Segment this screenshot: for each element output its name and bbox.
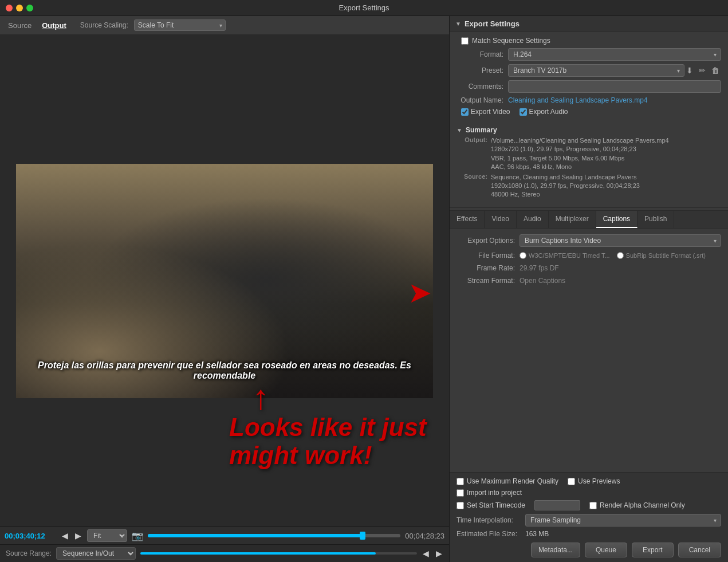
summary-output-row: Output: /Volume...leaning/Cleaning and S… xyxy=(457,136,721,172)
range-nav-right-button[interactable]: ▶ xyxy=(435,548,443,559)
timecode-end: 00;04;28;23 xyxy=(405,532,444,540)
window-title: Export Settings xyxy=(339,3,389,12)
preset-select[interactable]: Branch TV 2017b xyxy=(508,64,684,77)
summary-source-row: Source: Sequence, Cleaning and Sealing L… xyxy=(457,173,721,199)
import-into-project-checkbox[interactable] xyxy=(457,489,464,497)
output-name-link[interactable]: Cleaning and Sealing Landscape Pavers.mp… xyxy=(508,96,648,104)
export-button[interactable]: Export xyxy=(632,543,674,557)
minimize-button[interactable] xyxy=(16,5,23,11)
export-options-label: Export Options: xyxy=(457,237,520,245)
tab-output[interactable]: Output xyxy=(40,20,69,31)
source-scaling-select[interactable]: Scale To Fit xyxy=(134,19,226,31)
format-label: Format: xyxy=(457,50,508,58)
source-range-bar: Source Range: Sequence In/Out ▾ ◀ ▶ xyxy=(0,544,449,562)
video-background: Proteja las orillas para prevenir que el… xyxy=(16,164,433,398)
range-fill xyxy=(140,552,375,555)
fit-select[interactable]: Fit xyxy=(87,529,127,542)
tab-audio[interactable]: Audio xyxy=(517,211,549,228)
filesize-label: Estimated File Size: xyxy=(457,530,525,538)
timeline-scrubber[interactable] xyxy=(148,534,400,537)
source-range-select[interactable]: Sequence In/Out xyxy=(56,547,136,560)
tab-publish[interactable]: Publish xyxy=(638,211,674,228)
left-panel: Source Output Source Scaling: Scale To F… xyxy=(0,16,450,562)
maximize-button[interactable] xyxy=(26,5,33,11)
interpolation-select-wrapper: Frame Sampling ▾ xyxy=(525,514,721,526)
stream-format-row: Stream Format: Open Captions xyxy=(457,277,721,285)
main-layout: Source Output Source Scaling: Scale To F… xyxy=(0,16,728,562)
comments-input[interactable] xyxy=(508,80,721,93)
queue-button[interactable]: Queue xyxy=(585,543,627,557)
timecode-start: 00;03;40;12 xyxy=(5,532,56,540)
match-sequence-checkbox[interactable] xyxy=(461,37,469,45)
export-options-select[interactable]: Burn Captions Into Video xyxy=(520,234,721,247)
summary-source-value: Sequence, Cleaning and Sealing Landscape… xyxy=(491,173,640,199)
metadata-button[interactable]: Metadata... xyxy=(531,543,580,557)
bottom-controls: Use Maximum Render Quality Use Previews … xyxy=(450,472,728,562)
comments-label: Comments: xyxy=(457,82,508,91)
preset-icons: ⬇ ✏ 🗑 xyxy=(684,65,721,76)
file-format-w3c-label: W3C/SMPTE/EBU Timed T... xyxy=(529,252,610,259)
summary-output-value: /Volume...leaning/Cleaning and Sealing L… xyxy=(491,136,669,172)
tab-source[interactable]: Source xyxy=(6,20,34,31)
summary-header[interactable]: ▼ Summary xyxy=(457,126,721,134)
prev-frame-button[interactable]: ◀ xyxy=(61,530,69,541)
export-settings-chevron-icon: ▼ xyxy=(455,21,461,27)
filesize-value: 163 MB xyxy=(525,530,549,538)
caption-overlay: Proteja las orillas para prevenir que el… xyxy=(37,360,412,381)
start-timecode-input[interactable]: 00;00;00;00 xyxy=(534,500,580,510)
close-button[interactable] xyxy=(6,5,13,11)
file-format-srt-radio[interactable] xyxy=(617,252,624,259)
preset-save-button[interactable]: ⬇ xyxy=(684,65,695,76)
match-sequence-label: Match Sequence Settings xyxy=(472,37,550,45)
export-audio-checkbox[interactable] xyxy=(520,108,527,116)
traffic-lights[interactable] xyxy=(6,5,33,11)
render-alpha-checkbox[interactable] xyxy=(589,502,597,509)
set-start-timecode-label: Set Start Timecode xyxy=(457,501,525,509)
interpolation-row: Time Interpolation: Frame Sampling ▾ xyxy=(457,514,721,526)
frame-rate-row: Frame Rate: 29.97 fps DF xyxy=(457,264,721,272)
preset-row: Preset: Branch TV 2017b ▾ ⬇ ✏ 🗑 xyxy=(457,64,721,77)
file-format-w3c-radio[interactable] xyxy=(520,252,526,259)
annotation-text: ↑ Use Maximum Render Quality Looks like … xyxy=(229,414,427,469)
summary-chevron-icon: ▼ xyxy=(457,127,462,133)
tab-video[interactable]: Video xyxy=(485,211,516,228)
preset-edit-button[interactable]: ✏ xyxy=(697,65,707,76)
file-format-label: File Format: xyxy=(457,251,520,260)
video-frame: Proteja las orillas para prevenir que el… xyxy=(16,164,433,398)
arrow-right-icon: ➤ xyxy=(408,276,432,309)
set-start-timecode-checkbox[interactable] xyxy=(457,502,464,509)
range-indicator xyxy=(140,552,417,555)
preset-select-wrapper: Branch TV 2017b ▾ xyxy=(508,64,684,77)
interpolation-select[interactable]: Frame Sampling xyxy=(525,514,721,526)
range-nav-left-button[interactable]: ◀ xyxy=(422,548,430,559)
use-max-quality-label: Use Maximum Render Quality xyxy=(457,477,558,485)
use-previews-checkbox[interactable] xyxy=(568,478,575,485)
preset-delete-button[interactable]: 🗑 xyxy=(710,65,721,76)
export-settings-header[interactable]: ▼ Export Settings xyxy=(450,16,728,32)
use-max-quality-checkbox[interactable] xyxy=(457,478,464,485)
right-tabs: Effects Video Audio Multiplexer Captions… xyxy=(450,210,728,229)
render-alpha-label: Render Alpha Channel Only xyxy=(589,501,685,509)
timeline-marker xyxy=(360,532,365,540)
next-frame-button[interactable]: ▶ xyxy=(74,530,82,541)
import-row: Import into project xyxy=(457,489,721,497)
video-preview-area: Proteja las orillas para prevenir que el… xyxy=(0,35,449,526)
export-video-checkbox[interactable] xyxy=(461,108,469,116)
cancel-button[interactable]: Cancel xyxy=(678,543,721,557)
source-scaling-wrapper: Scale To Fit ▾ xyxy=(134,19,226,31)
frame-rate-value: 29.97 fps DF xyxy=(520,264,559,272)
interpolation-label: Time Interpolation: xyxy=(457,516,525,524)
timeline-fill xyxy=(148,534,363,537)
tab-multiplexer[interactable]: Multiplexer xyxy=(549,211,596,228)
export-options-row: Export Options: Burn Captions Into Video… xyxy=(457,234,721,247)
source-scaling-label: Source Scaling: xyxy=(80,21,128,29)
output-name-label: Output Name: xyxy=(457,96,508,104)
export-options-select-wrapper: Burn Captions Into Video ▾ xyxy=(520,234,721,247)
camera-icon: 📷 xyxy=(132,530,143,541)
tab-effects[interactable]: Effects xyxy=(450,211,485,228)
summary-title: Summary xyxy=(466,126,497,134)
match-sequence-row: Match Sequence Settings xyxy=(457,37,721,45)
tab-captions[interactable]: Captions xyxy=(596,211,638,228)
format-select[interactable]: H.264 xyxy=(508,48,721,61)
action-buttons: Metadata... Queue Export Cancel xyxy=(457,543,721,557)
